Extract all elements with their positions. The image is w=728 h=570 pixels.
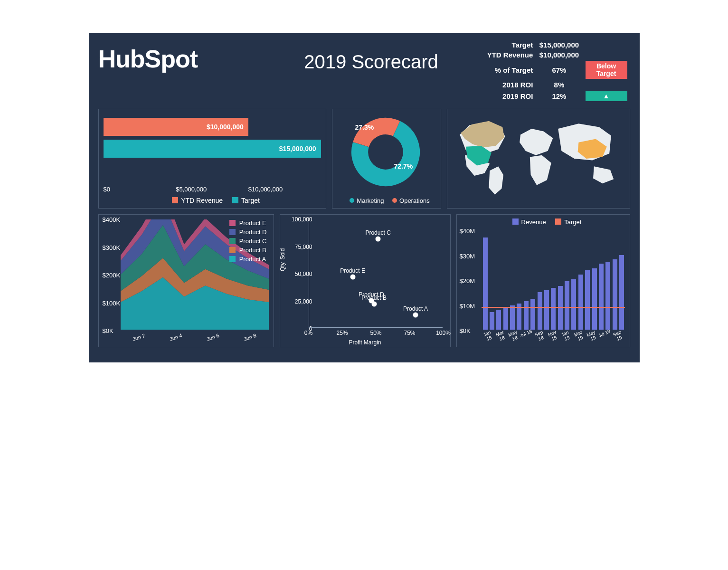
hubspot-logo: HubSpot: [98, 40, 260, 73]
header: HubSpot 2019 Scorecard Target $15,000,00…: [98, 40, 630, 102]
column-jan-18: [483, 238, 488, 330]
column-mar-19: [578, 275, 583, 330]
scatter-ylabel: Qty. Sold: [279, 248, 286, 271]
row-1: $10,000,000$15,000,000 $0$5,000,000$10,0…: [98, 109, 630, 209]
column-jul-18: [524, 301, 529, 330]
kpi-value: 67%: [536, 60, 582, 80]
column-jul-19: [605, 262, 610, 330]
column-aug-18: [530, 299, 535, 330]
bar-ytd-revenue: $10,000,000: [104, 118, 248, 136]
bar-legend: YTD Revenue Target: [99, 197, 326, 204]
page-title: 2019 Scorecard: [265, 40, 478, 73]
world-map-svg: [452, 114, 623, 203]
kpi-value: $10,000,000: [536, 50, 582, 60]
kpi-label: % of Target: [483, 60, 536, 80]
column-aug-19: [613, 259, 617, 330]
donut-legend: Marketing Operations: [332, 197, 441, 204]
donut-label-operations: 27.3%: [355, 124, 374, 131]
column-jan-19: [565, 281, 569, 330]
scatter-point-product-e: [350, 274, 355, 279]
row-2: $0K$100K$200K$300K$400K Jun 2Jun 4Jun 6J…: [98, 214, 630, 347]
column-oct-18: [544, 290, 549, 330]
kpi-value: 8%: [536, 80, 582, 90]
kpi-table: Target $15,000,000 YTD Revenue $10,000,0…: [483, 40, 630, 102]
target-vs-revenue-chart: $10,000,000$15,000,000 $0$5,000,000$10,0…: [98, 109, 326, 209]
scorecard-dashboard: HubSpot 2019 Scorecard Target $15,000,00…: [89, 33, 640, 362]
target-line: [482, 307, 625, 308]
kpi-label: 2019 ROI: [483, 90, 536, 102]
column-may-18: [510, 305, 515, 330]
logo-text: HubSpot: [98, 45, 198, 73]
column-nov-18: [551, 288, 556, 330]
margin-scatter-chart: Qty. Sold 025,00050,00075,000100,000 Pro…: [280, 214, 451, 347]
product-area-chart: $0K$100K$200K$300K$400K Jun 2Jun 4Jun 6J…: [98, 214, 274, 347]
kpi-label: Target: [483, 40, 536, 50]
kpi-value: $15,000,000: [536, 40, 582, 50]
column-sep-18: [538, 292, 542, 330]
kpi-label: YTD Revenue: [483, 50, 536, 60]
area-legend: Product EProduct DProduct CProduct BProd…: [229, 219, 267, 265]
kpi-badge: ▲: [586, 91, 627, 101]
world-map-chart: [447, 109, 630, 209]
kpi-value: 12%: [536, 90, 582, 102]
column-feb-18: [490, 312, 494, 330]
donut-label-marketing: 72.7%: [394, 162, 413, 170]
column-mar-18: [496, 310, 501, 330]
scatter-point-product-c: [376, 237, 381, 242]
column-feb-19: [571, 279, 576, 330]
column-jun-19: [599, 264, 604, 330]
scatter-xlabel: Profit Margin: [280, 339, 450, 346]
column-apr-19: [585, 270, 590, 330]
column-apr-18: [503, 308, 508, 330]
column-sep-19: [619, 255, 624, 330]
scatter-point-product-d: [369, 298, 374, 304]
spend-split-chart: 27.3% 72.7% Marketing Operations: [332, 109, 441, 209]
column-dec-18: [558, 286, 563, 330]
kpi-label: 2018 ROI: [483, 80, 536, 90]
scatter-point-product-a: [413, 312, 418, 317]
column-may-19: [592, 268, 597, 330]
monthly-revenue-chart: Revenue Target $0K$10M$20M$30M$40M Jan 1…: [456, 214, 630, 347]
kpi-badge: Below Target: [586, 61, 627, 79]
bar-target: $15,000,000: [104, 140, 321, 158]
column-legend: Revenue Target: [457, 218, 630, 226]
